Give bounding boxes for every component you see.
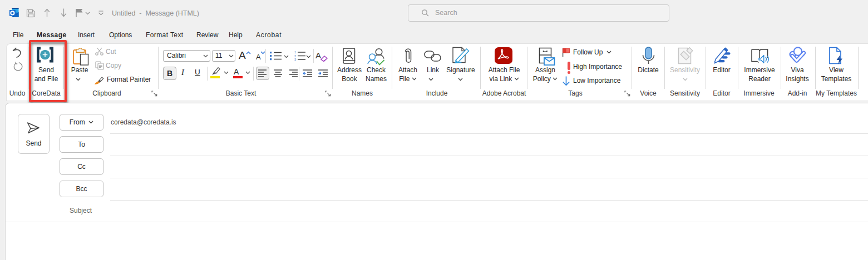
svg-text:1: 1 <box>294 51 296 54</box>
svg-text:2: 2 <box>294 54 296 58</box>
svg-text:3: 3 <box>294 58 296 61</box>
